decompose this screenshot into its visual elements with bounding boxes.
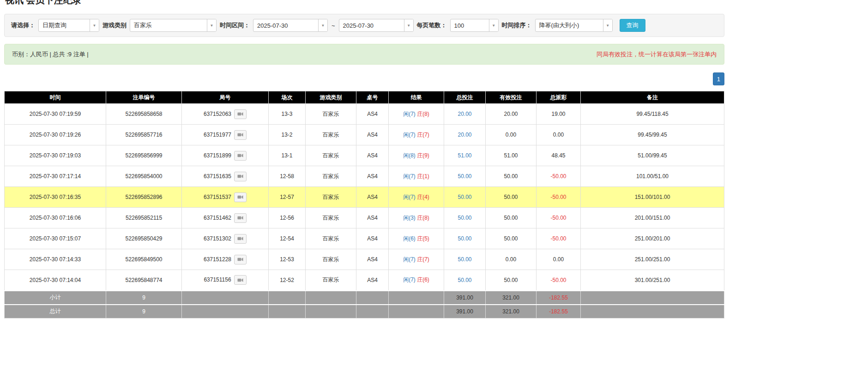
subtotal-total-bet: 391.00 [444, 291, 486, 305]
query-button[interactable]: 查询 [620, 19, 645, 32]
total-bet-link[interactable]: 50.00 [458, 173, 471, 180]
total-payout: -182.55 [536, 305, 581, 318]
video-replay-icon[interactable] [234, 234, 247, 244]
chevron-down-icon[interactable]: ▼ [603, 19, 612, 31]
cell-remark: 301.00/251.00 [581, 270, 724, 291]
cell-remark: 99.45/118.45 [581, 104, 724, 125]
time-sort-label: 时间排序： [502, 21, 532, 30]
cell-time: 2025-07-30 07:16:06 [5, 208, 106, 228]
video-replay-icon[interactable] [234, 275, 247, 285]
cell-valid-bet: 20.00 [486, 104, 536, 125]
total-bet-link[interactable]: 50.00 [458, 215, 471, 221]
cell-bet-id: 522695857716 [106, 125, 182, 145]
result-banker: 庄(8) [417, 215, 429, 221]
cell-valid-bet: 50.00 [486, 208, 536, 228]
video-replay-icon[interactable] [234, 151, 247, 161]
cell-game-type: 百家乐 [306, 249, 356, 270]
total-bet-link[interactable]: 50.00 [458, 277, 471, 283]
round-id-text: 637151537 [204, 193, 231, 200]
video-replay-icon[interactable] [234, 130, 247, 140]
cell-result: 闲(7) 庄(8) [389, 104, 444, 125]
total-bet-link[interactable]: 50.00 [458, 194, 471, 200]
page-1-button[interactable]: 1 [713, 72, 724, 85]
total-bet-link[interactable]: 50.00 [458, 235, 471, 242]
video-replay-icon[interactable] [234, 109, 247, 119]
date-to-value: 2025-07-30 [339, 19, 404, 31]
cell-payout: -50.00 [536, 270, 581, 291]
cell-result: 闲(7) 庄(7) [389, 249, 444, 270]
query-type-select[interactable]: 日期查询 ▼ [38, 19, 99, 32]
col-header-result: 结果 [389, 91, 444, 104]
cell-round-id: 637151302 [182, 228, 269, 249]
total-bet-link[interactable]: 51.00 [458, 152, 471, 159]
subtotal-count: 9 [106, 291, 182, 305]
col-header-game-type: 游戏类别 [306, 91, 356, 104]
cell-time: 2025-07-30 07:19:03 [5, 145, 106, 166]
per-page-select[interactable]: 100 ▼ [450, 19, 499, 32]
video-replay-icon[interactable] [234, 192, 247, 202]
cell-total-bet: 51.00 [444, 145, 486, 166]
cell-result: 闲(7) 庄(4) [389, 187, 444, 208]
col-header-payout: 总派彩 [536, 91, 581, 104]
chevron-down-icon[interactable]: ▼ [90, 19, 99, 31]
chevron-down-icon[interactable]: ▼ [207, 19, 216, 31]
cell-total-bet: 20.00 [444, 104, 486, 125]
video-replay-icon[interactable] [234, 213, 247, 223]
result-player: 闲(3) [403, 215, 416, 221]
cell-payout: -50.00 [536, 208, 581, 228]
cell-result: 闲(6) 庄(5) [389, 228, 444, 249]
game-type-select[interactable]: 百家乐 ▼ [130, 19, 217, 32]
table-row: 2025-07-30 07:19:59 522695858658 6371520… [5, 104, 724, 125]
date-from-input[interactable]: 2025-07-30 ▼ [253, 19, 328, 32]
cell-table-no: AS4 [356, 166, 389, 187]
total-bet-link[interactable]: 20.00 [458, 132, 471, 138]
game-type-value: 百家乐 [130, 19, 207, 31]
result-player: 闲(7) [403, 111, 416, 117]
page-container: 视讯 会员下注纪录 请选择： 日期查询 ▼ 游戏类别 百家乐 ▼ 时间区间： 2… [4, 0, 724, 318]
cell-table-no: AS4 [356, 104, 389, 125]
cell-game-type: 百家乐 [306, 166, 356, 187]
cell-round-id: 637151228 [182, 249, 269, 270]
cell-time: 2025-07-30 07:14:33 [5, 249, 106, 270]
result-player: 闲(7) [403, 256, 416, 263]
col-header-time: 时间 [5, 91, 106, 104]
table-row: 2025-07-30 07:19:03 522695856999 6371518… [5, 145, 724, 166]
cell-remark: 99.45/99.45 [581, 125, 724, 145]
cell-total-bet: 50.00 [444, 166, 486, 187]
cell-payout: 0.00 [536, 249, 581, 270]
chevron-down-icon[interactable]: ▼ [489, 19, 498, 31]
cell-valid-bet: 50.00 [486, 228, 536, 249]
cell-remark: 251.00/251.00 [581, 249, 724, 270]
pagination: 1 [4, 72, 724, 85]
cell-table-no: AS4 [356, 270, 389, 291]
cell-round-id: 637151156 [182, 270, 269, 291]
cell-payout: -50.00 [536, 187, 581, 208]
cell-payout: -50.00 [536, 228, 581, 249]
date-to-input[interactable]: 2025-07-30 ▼ [339, 19, 414, 32]
cell-payout: -50.00 [536, 166, 581, 187]
per-page-label: 每页笔数： [417, 21, 447, 30]
table-row: 2025-07-30 07:15:07 522695850429 6371513… [5, 228, 724, 249]
total-bet-link[interactable]: 20.00 [458, 111, 471, 117]
total-count: 9 [106, 305, 182, 318]
cell-result: 闲(7) 庄(1) [389, 166, 444, 187]
result-banker: 庄(4) [417, 194, 429, 200]
cell-bet-id: 522695858658 [106, 104, 182, 125]
cell-game-type: 百家乐 [306, 208, 356, 228]
cell-remark: 51.00/99.45 [581, 145, 724, 166]
total-bet-link[interactable]: 50.00 [458, 256, 471, 263]
cell-result: 闲(7) 庄(7) [389, 125, 444, 145]
per-page-value: 100 [451, 19, 489, 31]
cell-remark: 201.00/151.00 [581, 208, 724, 228]
chevron-down-icon[interactable]: ▼ [318, 19, 327, 31]
chevron-down-icon[interactable]: ▼ [404, 19, 413, 31]
cell-total-bet: 50.00 [444, 208, 486, 228]
time-sort-select[interactable]: 降幂(由大到小) ▼ [535, 19, 613, 32]
video-replay-icon[interactable] [234, 172, 247, 181]
filter-bar: 请选择： 日期查询 ▼ 游戏类别 百家乐 ▼ 时间区间： 2025-07-30 … [4, 14, 724, 37]
result-player: 闲(7) [403, 132, 416, 138]
video-replay-icon[interactable] [234, 255, 247, 264]
cell-bet-id: 522695852896 [106, 187, 182, 208]
time-range-label: 时间区间： [220, 21, 250, 30]
cell-game-type: 百家乐 [306, 187, 356, 208]
